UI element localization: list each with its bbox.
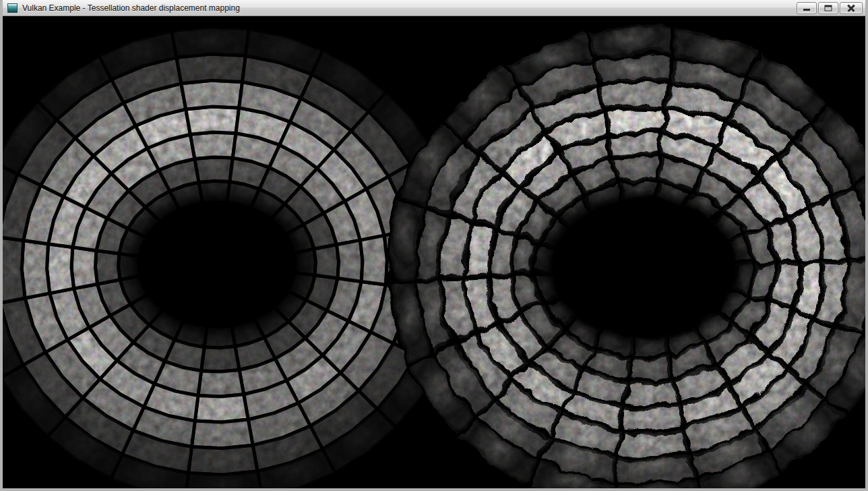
- minimize-button[interactable]: [797, 2, 817, 14]
- render-viewport[interactable]: [3, 16, 865, 488]
- app-icon: [7, 3, 18, 13]
- torus-no-displacement-hole: [117, 185, 317, 344]
- maximize-icon: [825, 5, 832, 11]
- window-title: Vulkan Example - Tessellation shader dis…: [22, 3, 240, 13]
- close-button[interactable]: [840, 2, 863, 14]
- maximize-button[interactable]: [818, 2, 838, 14]
- scene-canvas: [3, 16, 865, 488]
- close-icon: [840, 3, 862, 13]
- window-controls: [797, 1, 863, 14]
- titlebar[interactable]: Vulkan Example - Tessellation shader dis…: [3, 0, 865, 16]
- app-window: Vulkan Example - Tessellation shader dis…: [0, 0, 868, 491]
- minimize-icon: [803, 9, 810, 11]
- torus-with-displacement-hole: [526, 181, 757, 353]
